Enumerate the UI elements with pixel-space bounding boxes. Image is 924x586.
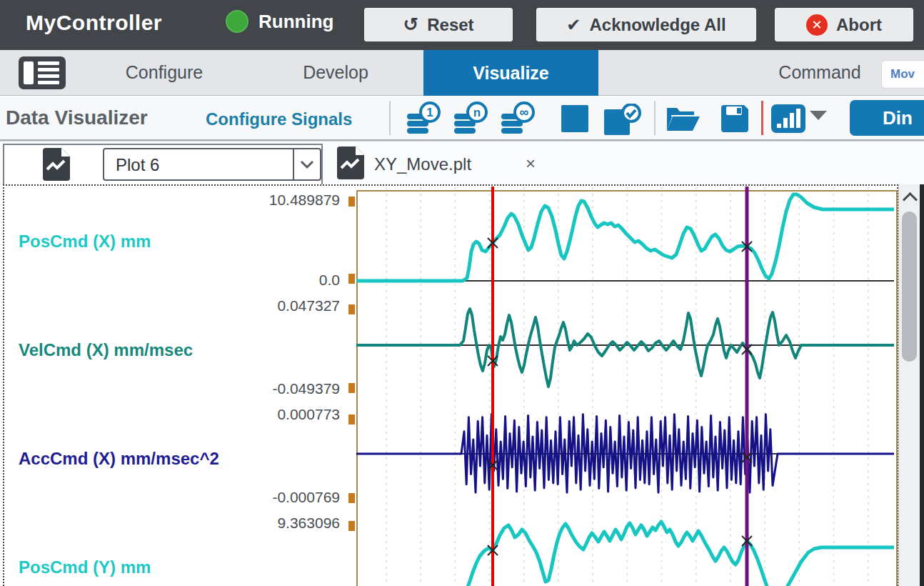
abort-label: Abort [836,15,882,35]
collect-n-samples-icon[interactable]: n [451,101,491,139]
controller-status: Running [226,10,333,33]
plot-tab-strip: Plot 6 XY_Move.plt × [0,141,924,184]
app-title: MyController [26,11,162,35]
main-tab-bar: Configure Develop Visualize Command Mov [0,50,924,96]
data-visualizer-plot-area: 10.489879 PosCmd (X) mm 0.0 0.047327 Vel… [3,184,898,586]
signal-label-poscmd-x[interactable]: PosCmd (X) mm [19,232,151,252]
toolbar-separator [389,101,391,135]
tab-command[interactable]: Command [748,50,891,95]
chevron-down-icon [293,149,320,179]
axis-value: -0.049379 [19,380,340,397]
active-plot-tab[interactable]: Plot 6 [3,144,323,185]
page-title: Data Visualizer [6,106,148,129]
toolbar-separator [654,101,656,135]
vertical-scrollbar[interactable] [898,184,920,586]
acknowledge-all-button[interactable]: ✔ Acknowledge All [536,8,756,41]
axis-value: -0.000769 [19,489,340,506]
plot-selector-value: Plot 6 [116,155,159,175]
application-window: MyController Running ↺ Reset ✔ Acknowled… [0,0,924,586]
abort-x-icon: ✕ [806,14,828,36]
reset-button[interactable]: ↺ Reset [364,8,513,41]
check-icon: ✔ [566,15,581,35]
svg-text:n: n [473,106,481,119]
configure-signals-link[interactable]: Configure Signals [206,109,352,129]
collect-continuous-icon[interactable]: ∞ [498,101,538,139]
axis-value: 0.0 [19,272,340,289]
acknowledge-all-label: Acknowledge All [589,15,725,35]
chart-type-dropdown-icon[interactable] [810,111,827,120]
sidebar-toggle-button[interactable] [19,56,66,89]
axis-value: 10.489879 [19,192,340,209]
save-file-icon[interactable] [720,104,750,136]
close-icon[interactable]: × [526,154,536,174]
reset-label: Reset [427,15,473,35]
scroll-up-button[interactable] [900,187,919,208]
tab-configure[interactable]: Configure [93,50,236,95]
plot-tab-label: XY_Move.plt [374,154,471,174]
reset-icon: ↺ [403,14,418,36]
stop-collection-icon[interactable] [561,105,590,136]
open-file-icon[interactable] [666,104,701,136]
signal-label-poscmd-y[interactable]: PosCmd (Y) mm [19,557,151,577]
chevron-up-icon [902,192,917,207]
tab-visualize[interactable]: Visualize [423,50,598,96]
plot-frame [356,190,898,586]
move-panel-button[interactable]: Mov [881,60,924,89]
din-button[interactable]: Din [850,100,924,136]
stop-and-check-icon[interactable] [604,104,643,139]
svg-text:1: 1 [426,106,433,119]
plot-file-icon [40,148,71,181]
collect-single-sample-icon[interactable]: 1 [404,101,444,139]
chart-type-icon[interactable] [771,104,805,136]
toolbar-separator-accent [761,101,763,135]
panel-list-icon [24,61,34,84]
scrollbar-thumb[interactable] [902,212,917,362]
svg-text:∞: ∞ [520,105,529,119]
signal-label-acccmd-x[interactable]: AccCmd (X) mm/msec^2 [19,449,219,469]
axis-value: 0.047327 [19,297,340,314]
axis-value: 0.000773 [19,406,340,423]
axis-value: 9.363096 [19,515,340,532]
tab-develop[interactable]: Develop [264,50,407,95]
tab-xy-move-plt[interactable]: XY_Move.plt × [323,144,563,185]
abort-button[interactable]: ✕ Abort [775,8,913,41]
title-bar: MyController Running ↺ Reset ✔ Acknowled… [0,0,924,50]
window-edge [920,184,924,586]
plot-file-icon [334,146,366,179]
signal-label-velcmd-x[interactable]: VelCmd (X) mm/msec [19,340,193,360]
plot-selector[interactable]: Plot 6 [103,148,321,181]
data-visualizer-toolbar: Data Visualizer Configure Signals 1 n [0,96,924,141]
status-label: Running [258,11,333,33]
status-running-icon [226,10,248,33]
